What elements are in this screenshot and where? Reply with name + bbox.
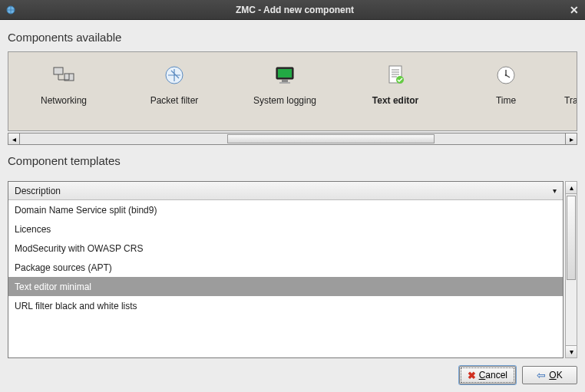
network-icon [8, 60, 119, 91]
ok-icon: ⇦ [537, 369, 546, 381]
cancel-button[interactable]: ✖ Cancel [459, 366, 516, 384]
vscroll-down-arrow[interactable]: ▾ [566, 345, 577, 357]
document-icon [340, 60, 451, 91]
vscroll-thumb[interactable] [567, 196, 576, 280]
svg-rect-5 [278, 69, 292, 77]
component-label: Time [451, 95, 561, 106]
templates-header-description[interactable]: Description ▾ [8, 182, 563, 200]
component-templates-heading: Component templates [8, 154, 577, 167]
template-row[interactable]: URL filter black and white lists [8, 296, 563, 315]
component-networking[interactable]: Networking [8, 60, 119, 106]
cancel-icon: ✖ [468, 370, 476, 381]
templates-vscroll: ▴ ▾ [565, 181, 577, 358]
template-row[interactable]: Package sources (APT) [8, 258, 563, 277]
template-row[interactable]: ModSecurity with OWASP CRS [8, 239, 563, 258]
chevron-down-icon: ▾ [553, 186, 557, 195]
vscroll-up-arrow[interactable]: ▴ [566, 182, 577, 194]
component-transfer[interactable]: Transfe [561, 60, 577, 106]
app-icon [5, 4, 17, 16]
component-text-editor[interactable]: Text editor [340, 60, 451, 106]
svg-point-11 [505, 74, 507, 77]
component-label: Transfe [564, 95, 577, 106]
component-label: Packet filter [119, 95, 230, 106]
close-button[interactable]: ✕ [568, 4, 580, 16]
hscroll-track[interactable] [20, 133, 565, 145]
templates-list: Domain Name Service split (bind9) Licenc… [8, 200, 563, 357]
window-title: ZMC - Add new component [21, 5, 568, 15]
templates-box: Description ▾ Domain Name Service split … [8, 181, 577, 358]
templates-table: Description ▾ Domain Name Service split … [8, 181, 564, 358]
filter-icon [119, 60, 230, 91]
vscroll-track[interactable] [566, 194, 577, 345]
component-time[interactable]: Time [451, 60, 561, 106]
ok-button[interactable]: ⇦ OK [522, 366, 577, 384]
template-row[interactable]: Domain Name Service split (bind9) [8, 200, 563, 219]
components-panel: Networking Packet filter System logging … [8, 51, 577, 131]
components-hscroll: ◂ ▸ [8, 133, 577, 145]
template-row[interactable]: Licences [8, 219, 563, 239]
hscroll-right-arrow[interactable]: ▸ [565, 133, 577, 145]
component-label: Text editor [340, 95, 451, 106]
gear-icon [564, 60, 577, 91]
clock-icon [451, 60, 561, 91]
svg-rect-1 [54, 68, 63, 74]
hscroll-left-arrow[interactable]: ◂ [8, 133, 20, 145]
titlebar: ZMC - Add new component ✕ [0, 0, 585, 20]
svg-rect-7 [279, 82, 290, 84]
component-system-logging[interactable]: System logging [230, 60, 340, 106]
component-label: Networking [8, 95, 119, 106]
component-label: System logging [230, 95, 340, 106]
svg-rect-6 [282, 80, 288, 82]
component-packet-filter[interactable]: Packet filter [119, 60, 230, 106]
dialog-body: Components available Networking Packet f… [0, 20, 585, 392]
dialog-button-row: ✖ Cancel ⇦ OK [8, 358, 577, 386]
template-row[interactable]: Text editor minimal [8, 277, 563, 296]
components-available-heading: Components available [8, 31, 577, 44]
monitor-icon [230, 60, 340, 91]
components-row: Networking Packet filter System logging … [8, 52, 577, 130]
hscroll-thumb[interactable] [227, 134, 435, 143]
templates-header-label: Description [15, 186, 61, 196]
